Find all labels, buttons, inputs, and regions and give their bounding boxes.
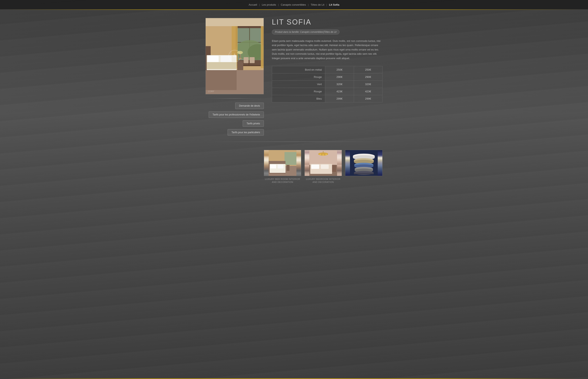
- product-image-svg: 123RF: [206, 18, 264, 94]
- product-family-badge: Produit dans la famille: Canapés convert…: [272, 30, 339, 34]
- breadcrumb: Accueil | Les produits | Canapés convert…: [249, 3, 339, 6]
- gallery-thumb-1: [264, 150, 301, 176]
- gallery-svg-1: [264, 150, 301, 176]
- table-cell-col1: 290€: [325, 73, 354, 81]
- svg-rect-14: [206, 18, 264, 26]
- table-row: Rouge423€423€: [272, 88, 382, 95]
- table-cell-label: Vert: [272, 81, 325, 88]
- table-row: Bord en métal250€250€: [272, 66, 382, 73]
- bottom-section: LUXURY BED ROOM INTERIOR AND DECORATION: [206, 150, 382, 184]
- table-cell-col1: 299€: [325, 95, 354, 102]
- table-cell-col1: 320€: [325, 81, 354, 88]
- svg-rect-19: [208, 56, 219, 63]
- left-column: 123RF Demande de devis Tarifs pour les p…: [206, 18, 264, 136]
- gallery-caption-2: LUXURY BEDROOM INTERIOR AND DECORATION: [304, 178, 342, 184]
- svg-rect-49: [311, 165, 319, 169]
- svg-rect-33: [285, 152, 296, 165]
- svg-rect-22: [237, 61, 243, 70]
- product-title: LIT SOFIA: [272, 18, 382, 26]
- product-description: Etiam porta sem malesuada magna mollis e…: [272, 39, 382, 60]
- table-cell-col2: 423€: [354, 88, 382, 95]
- gallery-thumb-3: [345, 150, 382, 176]
- table-cell-label: Bleu: [272, 95, 325, 102]
- svg-rect-39: [286, 165, 290, 171]
- svg-rect-37: [270, 165, 276, 169]
- gallery-item-2[interactable]: LUXURY BEDROOM INTERIOR AND DECORATION: [304, 150, 342, 184]
- nav-current-lit-sofia: Lit Sofia: [329, 3, 339, 6]
- svg-rect-27: [250, 57, 254, 63]
- gallery: LUXURY BED ROOM INTERIOR AND DECORATION: [264, 150, 382, 184]
- svg-rect-66: [354, 173, 374, 174]
- main-container: 123RF Demande de devis Tarifs pour les p…: [201, 10, 387, 192]
- left-divider: [206, 98, 264, 99]
- svg-text:123RF: 123RF: [208, 90, 215, 93]
- pro-button[interactable]: Tarifs pour les professionnels de l'hôte…: [209, 111, 264, 118]
- svg-rect-26: [244, 57, 249, 63]
- table-cell-col2: 290€: [354, 73, 382, 81]
- top-navigation: Accueil | Les produits | Canapés convert…: [0, 0, 588, 9]
- gallery-item-1[interactable]: LUXURY BED ROOM INTERIOR AND DECORATION: [264, 150, 301, 184]
- gallery-caption-1: LUXURY BED ROOM INTERIOR AND DECORATION: [264, 178, 301, 184]
- particuliers-button[interactable]: Tarifs pour les particuliers: [228, 129, 264, 136]
- gallery-thumb-2: [304, 150, 342, 176]
- table-row: Rouge290€290€: [272, 73, 382, 81]
- table-cell-col2: 320€: [354, 81, 382, 88]
- table-cell-col1: 250€: [325, 66, 354, 73]
- gallery-svg-2: [305, 150, 342, 176]
- product-image: 123RF: [206, 18, 264, 94]
- svg-point-46: [325, 154, 327, 155]
- table-cell-label: Rouge: [272, 73, 325, 81]
- table-cell-label: Rouge: [272, 88, 325, 95]
- separator-3: |: [308, 3, 308, 6]
- table-cell-col2: 250€: [354, 66, 382, 73]
- svg-rect-20: [221, 56, 232, 63]
- price-table: Bord en métal250€250€Rouge290€290€Vert32…: [272, 66, 382, 102]
- bottom-divider: [206, 142, 382, 142]
- svg-rect-50: [321, 165, 329, 169]
- svg-rect-13: [261, 26, 264, 68]
- gallery-svg-3: [345, 150, 382, 176]
- separator-2: |: [278, 3, 279, 6]
- devis-button[interactable]: Demande de devis: [235, 103, 264, 109]
- svg-rect-51: [332, 165, 336, 172]
- table-cell-col1: 423€: [325, 88, 354, 95]
- action-buttons: Demande de devis Tarifs pour les profess…: [206, 103, 264, 136]
- svg-point-45: [322, 154, 324, 156]
- nav-les-produits[interactable]: Les produits: [262, 3, 276, 6]
- svg-rect-21: [207, 62, 237, 69]
- table-row: Vert320€320€: [272, 81, 382, 88]
- table-cell-col2: 299€: [354, 95, 382, 102]
- svg-point-44: [319, 154, 321, 155]
- nav-accueil[interactable]: Accueil: [249, 3, 257, 6]
- prive-button[interactable]: Tarifs privés: [243, 120, 264, 127]
- right-column: LIT SOFIA Produit dans la famille: Canap…: [272, 18, 382, 109]
- content-layout: 123RF Demande de devis Tarifs pour les p…: [206, 18, 382, 136]
- nav-tetes-de-lit[interactable]: Têtes de Lit: [311, 3, 324, 6]
- separator-4: |: [326, 3, 327, 6]
- separator-1: |: [259, 3, 260, 6]
- nav-canapes-convertibles[interactable]: Canapés convertibles: [281, 3, 306, 6]
- svg-rect-38: [277, 165, 284, 169]
- table-row: Bleu299€299€: [272, 95, 382, 102]
- table-cell-label: Bord en métal: [272, 66, 325, 73]
- gallery-item-3[interactable]: [345, 150, 382, 178]
